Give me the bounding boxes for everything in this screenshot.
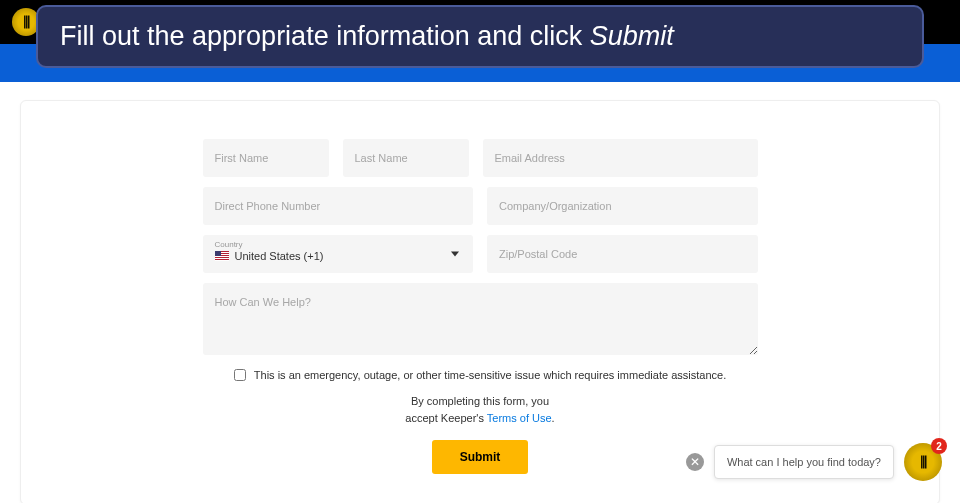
close-icon: ✕ <box>690 456 700 468</box>
chat-widget: ✕ What can I help you find today? ⦀ 2 <box>686 443 942 481</box>
chevron-down-icon <box>451 252 459 257</box>
emergency-row: This is an emergency, outage, or other t… <box>203 369 758 381</box>
page-content: Country United States (+1) This is an em… <box>0 82 960 503</box>
instruction-action: Submit <box>590 21 674 51</box>
terms-link[interactable]: Terms of Use <box>487 412 552 424</box>
chat-prompt-text: What can I help you find today? <box>727 456 881 468</box>
country-selected-value: United States (+1) <box>215 250 462 262</box>
zip-field[interactable] <box>487 235 758 273</box>
us-flag-icon <box>215 251 229 261</box>
help-textarea[interactable] <box>203 283 758 355</box>
chat-close-button[interactable]: ✕ <box>686 453 704 471</box>
first-name-field[interactable] <box>203 139 329 177</box>
logo-glyph: ⦀ <box>23 12 29 33</box>
consent-text: By completing this form, you accept Keep… <box>203 393 758 426</box>
consent-prefix: accept Keeper's <box>405 412 486 424</box>
consent-suffix: . <box>552 412 555 424</box>
emergency-label: This is an emergency, outage, or other t… <box>254 369 726 381</box>
chat-prompt-bubble[interactable]: What can I help you find today? <box>714 445 894 479</box>
contact-form: Country United States (+1) This is an em… <box>203 139 758 474</box>
instruction-banner: Fill out the appropriate information and… <box>36 5 924 68</box>
chat-launcher-button[interactable]: ⦀ 2 <box>904 443 942 481</box>
emergency-checkbox[interactable] <box>234 369 246 381</box>
last-name-field[interactable] <box>343 139 469 177</box>
country-text: United States (+1) <box>235 250 324 262</box>
instruction-text: Fill out the appropriate information and… <box>60 21 590 51</box>
country-floating-label: Country <box>215 240 462 249</box>
chat-logo-icon: ⦀ <box>920 452 926 473</box>
consent-line1: By completing this form, you <box>411 395 549 407</box>
phone-field[interactable] <box>203 187 474 225</box>
chat-unread-badge: 2 <box>931 438 947 454</box>
submit-button[interactable]: Submit <box>432 440 529 474</box>
company-field[interactable] <box>487 187 758 225</box>
email-field[interactable] <box>483 139 758 177</box>
country-select[interactable]: Country United States (+1) <box>203 235 474 273</box>
